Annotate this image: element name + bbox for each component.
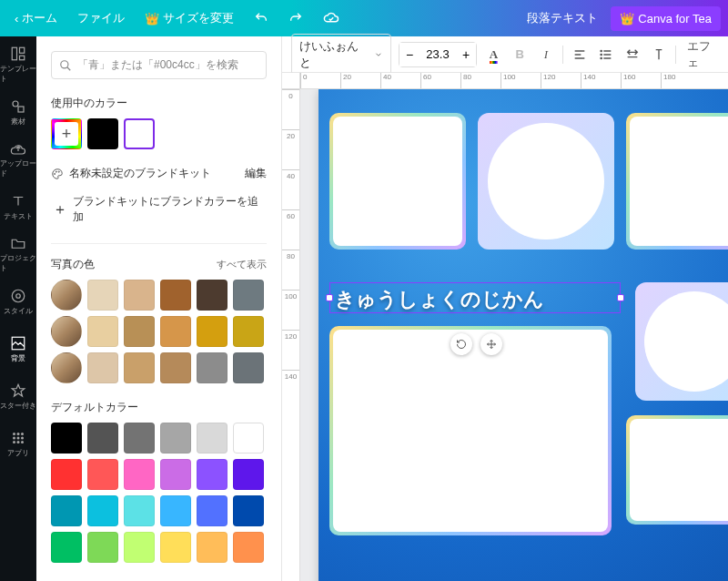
text-color-button[interactable]: A (484, 43, 503, 66)
canvas-stage[interactable]: きゅうしょくのじかん (300, 89, 728, 581)
font-size-input[interactable] (420, 47, 456, 61)
move-button[interactable] (480, 333, 502, 355)
color-swatch[interactable] (197, 495, 228, 526)
color-swatch[interactable] (87, 352, 118, 383)
color-swatch[interactable] (124, 352, 155, 383)
color-swatch[interactable] (160, 532, 191, 563)
bold-button[interactable]: B (511, 43, 530, 66)
color-swatch[interactable] (160, 352, 191, 383)
resize-handle-right[interactable] (617, 294, 624, 301)
rail-uploads[interactable]: アップロード (0, 137, 36, 182)
color-swatch[interactable] (87, 280, 118, 311)
add-color-button[interactable] (51, 118, 82, 149)
paragraph-text-button[interactable]: 段落テキスト (520, 6, 605, 30)
vertical-ruler[interactable]: 020406080100120140 (282, 89, 300, 581)
brandkit-add-button[interactable]: ＋ ブランドキットにブランドカラーを追加 (51, 189, 267, 230)
color-swatch[interactable] (124, 495, 155, 526)
size-decrease[interactable]: − (399, 43, 420, 66)
resize-handle-left[interactable] (326, 294, 333, 301)
photo-frame-large[interactable] (329, 326, 612, 535)
photo-frame-circle[interactable] (635, 282, 728, 401)
color-swatch[interactable] (197, 459, 228, 490)
rail-templates[interactable]: テンプレート (0, 42, 36, 87)
ruler-tick: 100 (500, 73, 541, 88)
photo-frame-circle[interactable] (478, 113, 614, 250)
color-swatch[interactable] (87, 495, 118, 526)
color-swatch[interactable] (124, 280, 155, 311)
color-swatch[interactable] (51, 532, 82, 563)
svg-point-23 (601, 57, 602, 58)
color-swatch[interactable] (124, 316, 155, 347)
color-swatch[interactable] (160, 459, 191, 490)
color-swatch[interactable] (197, 423, 228, 454)
color-swatch[interactable] (87, 459, 118, 490)
color-swatch[interactable] (233, 495, 264, 526)
color-swatch[interactable] (233, 532, 264, 563)
color-swatch[interactable] (51, 495, 82, 526)
rail-projects[interactable]: プロジェクト (0, 231, 36, 277)
italic-button[interactable]: I (537, 43, 556, 66)
color-swatch[interactable] (87, 316, 118, 347)
horizontal-ruler[interactable]: 020406080100120140160180 (300, 73, 728, 89)
sync-status[interactable] (316, 6, 347, 30)
spacing-button[interactable] (623, 43, 642, 66)
color-swatch[interactable] (124, 459, 155, 490)
photo-source-thumb[interactable] (51, 280, 82, 311)
color-swatch[interactable] (197, 352, 228, 383)
brandkit-edit-link[interactable]: 編集 (245, 166, 267, 181)
redo-button[interactable] (281, 7, 310, 29)
color-swatch[interactable] (233, 352, 264, 383)
color-swatch[interactable] (124, 423, 155, 454)
design-page[interactable]: きゅうしょくのじかん (318, 89, 728, 581)
vertical-text-button[interactable] (649, 43, 668, 66)
color-swatch[interactable] (87, 118, 118, 149)
color-swatch[interactable] (51, 423, 82, 454)
color-swatch[interactable] (160, 423, 191, 454)
color-swatch[interactable] (197, 316, 228, 347)
file-menu[interactable]: ファイル (70, 6, 132, 30)
rail-styles[interactable]: スタイル (0, 279, 36, 324)
font-size-stepper[interactable]: − + (399, 42, 477, 67)
photo-frame[interactable] (329, 113, 466, 250)
color-swatch[interactable] (51, 459, 82, 490)
effects-button[interactable]: エフェ (683, 43, 719, 66)
photo-frame[interactable] (626, 113, 728, 250)
rail-text[interactable]: テキスト (0, 184, 36, 229)
undo-button[interactable] (247, 7, 276, 29)
back-button[interactable]: ‹ ホーム (7, 6, 65, 30)
rotate-button[interactable] (450, 333, 472, 355)
color-swatch[interactable] (197, 280, 228, 311)
photo-source-thumb[interactable] (51, 352, 82, 383)
color-swatch[interactable] (87, 423, 118, 454)
rail-elements[interactable]: 素材 (0, 89, 36, 135)
list-button[interactable] (597, 43, 616, 66)
color-swatch[interactable] (160, 495, 191, 526)
rail-apps[interactable]: アプリ (0, 421, 36, 466)
color-swatch-selected[interactable] (124, 118, 155, 149)
show-all-link[interactable]: すべて表示 (217, 258, 267, 271)
ruler-tick: 180 (661, 73, 701, 88)
color-swatch[interactable] (233, 459, 264, 490)
color-swatch[interactable] (87, 532, 118, 563)
font-dropdown[interactable]: けいふぉんと (291, 34, 391, 76)
color-swatch[interactable] (233, 423, 264, 454)
color-swatch[interactable] (160, 280, 191, 311)
color-swatch[interactable] (233, 316, 264, 347)
background-icon (10, 335, 26, 352)
rail-background[interactable]: 背景 (0, 326, 36, 372)
upgrade-cta[interactable]: 👑 Canva for Tea (611, 6, 721, 31)
ruler-tick: 140 (282, 370, 299, 410)
photo-source-thumb[interactable] (51, 316, 82, 347)
align-button[interactable] (571, 43, 590, 66)
color-swatch[interactable] (233, 280, 264, 311)
resize-button[interactable]: 👑 サイズを変更 (137, 6, 241, 30)
color-swatch[interactable] (160, 316, 191, 347)
rail-starred[interactable]: スター付き (0, 373, 36, 419)
size-increase[interactable]: + (456, 43, 476, 66)
text-icon (10, 193, 26, 209)
color-swatch[interactable] (124, 532, 155, 563)
color-swatch[interactable] (197, 532, 228, 563)
apps-icon (10, 430, 26, 446)
photo-frame[interactable] (626, 415, 728, 525)
color-search-input[interactable]: 「青」または「#00c4cc」を検索 (51, 51, 267, 79)
